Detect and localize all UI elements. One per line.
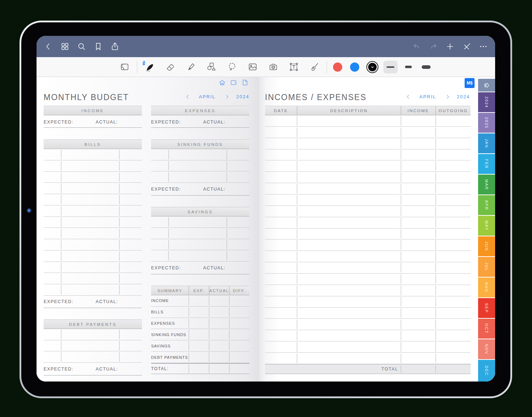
- tab-may[interactable]: MAY: [478, 216, 495, 236]
- table-row[interactable]: [265, 115, 471, 127]
- highlighter-tool-icon[interactable]: [186, 62, 196, 72]
- table-row[interactable]: [44, 239, 142, 251]
- tab-2025[interactable]: 2025: [478, 113, 495, 133]
- camera-tool-icon[interactable]: [268, 62, 278, 72]
- lasso-tool-icon[interactable]: [227, 62, 237, 72]
- table-row[interactable]: [151, 216, 249, 228]
- table-row[interactable]: [44, 351, 142, 363]
- table-row[interactable]: [265, 138, 471, 149]
- undo-icon[interactable]: [412, 42, 421, 51]
- color-red-swatch[interactable]: [333, 62, 342, 72]
- table-row[interactable]: [265, 308, 471, 319]
- tab-dec[interactable]: DEC: [478, 360, 495, 382]
- summary-total-row[interactable]: TOTAL:: [151, 363, 249, 374]
- bookmark-icon[interactable]: [93, 42, 103, 51]
- summary-row[interactable]: INCOME: [151, 295, 249, 307]
- table-row[interactable]: [265, 330, 471, 341]
- table-row[interactable]: [265, 251, 471, 262]
- tab-jan[interactable]: JAN: [478, 133, 495, 153]
- table-row[interactable]: [44, 160, 142, 172]
- expenses-expected-actual-row[interactable]: EXPECTED: ACTUAL:: [151, 117, 249, 128]
- table-row[interactable]: [265, 160, 471, 172]
- table-row[interactable]: [265, 172, 471, 183]
- more-icon[interactable]: [478, 42, 488, 51]
- table-row[interactable]: [265, 240, 471, 251]
- budget-app-badge[interactable]: M$: [465, 78, 475, 88]
- stroke-thick-button[interactable]: [419, 61, 433, 73]
- table-row[interactable]: [44, 273, 142, 284]
- image-tool-icon[interactable]: [248, 62, 257, 72]
- stroke-medium-button[interactable]: [401, 61, 415, 73]
- tab-apr[interactable]: APR: [478, 195, 495, 215]
- pen-tool-icon[interactable]: [145, 62, 155, 72]
- table-row[interactable]: [151, 228, 249, 239]
- month-label[interactable]: APRIL: [199, 94, 216, 99]
- add-page-icon[interactable]: [445, 42, 455, 51]
- back-icon[interactable]: [43, 42, 53, 51]
- table-row[interactable]: [151, 250, 249, 262]
- share-icon[interactable]: [110, 42, 120, 51]
- summary-row[interactable]: DEBT PAYMENTS: [151, 352, 249, 363]
- eraser-tool-icon[interactable]: [165, 62, 175, 72]
- text-tool-icon[interactable]: [289, 62, 299, 72]
- table-row[interactable]: [44, 172, 142, 183]
- table-row[interactable]: [44, 217, 142, 228]
- tab-jul[interactable]: JUL: [478, 257, 495, 277]
- prev-month-icon[interactable]: [185, 94, 190, 99]
- tab-oct[interactable]: OCT: [478, 319, 495, 339]
- summary-row[interactable]: EXPENSES: [151, 318, 249, 329]
- stroke-thin-button[interactable]: [383, 61, 398, 73]
- summary-row[interactable]: SINKING FUNDS: [151, 329, 249, 340]
- income-expected-actual-row[interactable]: EXPECTED: ACTUAL:: [44, 117, 142, 128]
- summary-row[interactable]: SAVINGS: [151, 340, 249, 352]
- table-row[interactable]: [151, 239, 249, 251]
- table-row[interactable]: [265, 194, 471, 206]
- tab-home[interactable]: [478, 79, 495, 92]
- table-row[interactable]: [265, 262, 471, 274]
- savings-expected-actual-row[interactable]: EXPECTED: ACTUAL:: [151, 262, 249, 274]
- table-row[interactable]: [44, 251, 142, 262]
- table-row[interactable]: [265, 296, 471, 308]
- close-pen-icon[interactable]: [462, 42, 471, 51]
- tab-jun[interactable]: JUN: [478, 236, 495, 256]
- table-row[interactable]: [44, 149, 142, 160]
- table-row[interactable]: [265, 341, 471, 353]
- color-blue-swatch[interactable]: [350, 62, 359, 72]
- table-row[interactable]: [151, 171, 249, 183]
- table-row[interactable]: [265, 229, 471, 240]
- shapes-tool-icon[interactable]: [206, 62, 216, 72]
- laser-pointer-tool-icon[interactable]: [309, 62, 319, 72]
- next-month-icon[interactable]: [224, 94, 230, 99]
- sinking-expected-actual-row[interactable]: EXPECTED: ACTUAL:: [151, 183, 249, 196]
- year-label[interactable]: 2024: [457, 94, 470, 99]
- tab-feb[interactable]: FEB: [478, 154, 495, 174]
- bills-expected-actual-row[interactable]: EXPECTED: ACTUAL:: [44, 296, 142, 308]
- home-icon[interactable]: [219, 79, 226, 86]
- table-row[interactable]: [44, 183, 142, 194]
- tab-sep[interactable]: SEP: [478, 298, 495, 318]
- tab-aug[interactable]: AUG: [478, 278, 495, 297]
- month-label[interactable]: APRIL: [420, 94, 437, 99]
- tab-2024[interactable]: 2024: [478, 92, 495, 112]
- search-icon[interactable]: [77, 42, 86, 51]
- table-row[interactable]: [151, 149, 249, 160]
- table-row[interactable]: [265, 319, 471, 330]
- table-row[interactable]: [265, 274, 471, 285]
- table-row[interactable]: [265, 149, 471, 161]
- debt-expected-actual-row[interactable]: EXPECTED: ACTUAL:: [44, 363, 142, 375]
- table-row[interactable]: [265, 217, 471, 229]
- table-row[interactable]: [44, 262, 142, 273]
- year-label[interactable]: 2024: [236, 94, 249, 99]
- next-month-icon[interactable]: [445, 94, 450, 99]
- page-turn-icon[interactable]: [120, 62, 129, 72]
- tab-mar[interactable]: MAR: [478, 175, 495, 194]
- table-row[interactable]: [265, 353, 471, 364]
- table-row[interactable]: [44, 340, 142, 352]
- table-row[interactable]: [44, 194, 142, 205]
- color-black-selected-swatch[interactable]: [366, 61, 378, 73]
- table-row[interactable]: [265, 285, 471, 296]
- table-row[interactable]: [44, 205, 142, 217]
- table-row[interactable]: [265, 206, 471, 217]
- table-row[interactable]: [265, 127, 471, 138]
- table-row[interactable]: [44, 284, 142, 296]
